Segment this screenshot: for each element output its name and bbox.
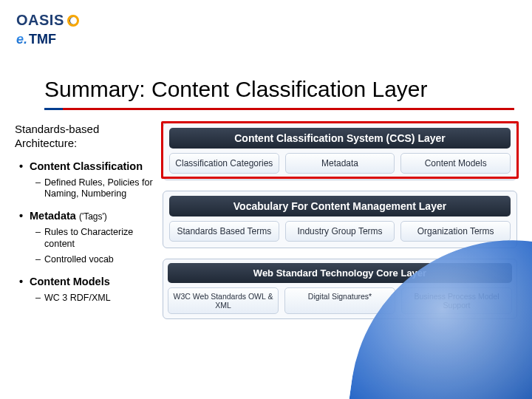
layer-vocab-row: Standards Based Terms Industry Group Ter…	[169, 221, 511, 242]
page-title: Summary: Content Classification Layer	[44, 77, 514, 102]
bullet-content-models: Content Models	[15, 275, 160, 288]
logo-block: OASIS e. TMF	[16, 12, 79, 47]
pill-content-models: Content Models	[400, 153, 511, 174]
layer-vocab-title: Vocabulary For Content Management Layer	[169, 196, 511, 216]
layer-ccs: Content Classification System (CCS) Laye…	[163, 123, 517, 180]
bullet-text: Content Models	[30, 276, 110, 287]
subbullet-defined-rules: Defined Rules, Policies for Naming, Numb…	[15, 177, 160, 200]
slide-root: OASIS e. TMF Summary: Content Classifica…	[0, 0, 532, 399]
pill-standards-terms: Standards Based Terms	[169, 221, 279, 242]
bullet-text: Metadata	[30, 210, 76, 222]
title-underline	[44, 108, 514, 110]
etmf-logo: e. TMF	[16, 32, 79, 47]
etmf-logo-tmf: TMF	[29, 32, 56, 47]
oasis-logo-icon	[67, 15, 79, 27]
bullet-note: ('Tags')	[79, 211, 107, 222]
title-wrap: Summary: Content Classification Layer	[44, 77, 514, 110]
oasis-logo: OASIS	[16, 12, 79, 29]
bullet-metadata: Metadata ('Tags')	[15, 209, 160, 222]
subbullet-wc3: WC 3 RDF/XML	[15, 293, 160, 304]
subbullet-rules-characterize: Rules to Characterize content	[15, 227, 160, 250]
bullet-text: Content Classification	[30, 160, 143, 172]
oasis-logo-text: OASIS	[16, 12, 64, 29]
pill-classification-categories: Classification Categories	[169, 153, 279, 174]
pill-org-terms: Organization Terms	[400, 221, 511, 242]
subbullet-controlled-vocab: Controlled vocab	[15, 254, 160, 266]
layer-ccs-title: Content Classification System (CCS) Laye…	[169, 128, 511, 149]
bullet-list: Content Classification Defined Rules, Po…	[15, 160, 160, 304]
layer-vocab: Vocabulary For Content Management Layer …	[163, 191, 517, 248]
pill-metadata: Metadata	[285, 153, 395, 174]
layer-ccs-row: Classification Categories Metadata Conte…	[169, 153, 511, 174]
bullet-content-classification: Content Classification	[15, 160, 160, 173]
pill-industry-terms: Industry Group Terms	[285, 221, 395, 242]
pill-w3c: W3C Web Standards OWL & XML	[168, 287, 279, 314]
etmf-logo-e: e.	[16, 32, 27, 47]
left-column: Standards-based Architecture: Content Cl…	[15, 123, 160, 304]
left-heading: Standards-based Architecture:	[15, 123, 160, 151]
